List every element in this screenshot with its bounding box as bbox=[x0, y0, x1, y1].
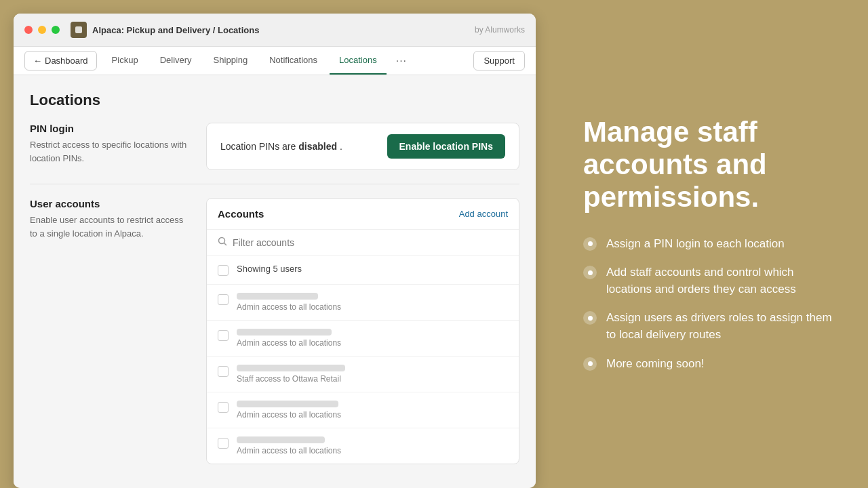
promo-list: Assign a PIN login to each location Add … bbox=[583, 236, 834, 373]
promo-title: Manage staff accounts and permissions. bbox=[583, 116, 834, 214]
promo-item-text-0: Assign a PIN login to each location bbox=[606, 236, 785, 253]
account-row-0: Admin access to all locations bbox=[207, 285, 519, 321]
add-account-link[interactable]: Add account bbox=[459, 209, 508, 219]
minimize-button[interactable] bbox=[38, 26, 46, 34]
search-input[interactable] bbox=[233, 237, 508, 248]
user-accounts-section: User accounts Enable user accounts to re… bbox=[30, 198, 519, 478]
pin-card-text: Location PINs are disabled . bbox=[220, 141, 342, 152]
account-row-3: Admin access to all locations bbox=[207, 392, 519, 428]
svg-rect-0 bbox=[75, 26, 82, 33]
section-left-accounts: User accounts Enable user accounts to re… bbox=[30, 198, 193, 464]
app-logo bbox=[71, 22, 87, 38]
account-role-4: Admin access to all locations bbox=[237, 446, 508, 455]
browser-panel: Alpaca: Pickup and Delivery / Locations … bbox=[0, 0, 549, 488]
main-content: Locations PIN login Restrict access to s… bbox=[14, 75, 536, 488]
account-role-0: Admin access to all locations bbox=[237, 302, 508, 312]
promo-bullet-3 bbox=[583, 357, 597, 371]
account-name-4 bbox=[237, 436, 325, 443]
section-right-accounts: Accounts Add account bbox=[206, 198, 519, 464]
account-checkbox-0[interactable] bbox=[218, 294, 229, 305]
tab-locations[interactable]: Locations bbox=[330, 47, 387, 75]
by-alumworks: by Alumworks bbox=[475, 25, 525, 35]
pin-status: disabled bbox=[298, 141, 337, 152]
account-name-1 bbox=[237, 329, 332, 336]
accounts-header: Accounts Add account bbox=[207, 199, 519, 230]
title-bar: Alpaca: Pickup and Delivery / Locations … bbox=[14, 14, 536, 47]
promo-bullet-2 bbox=[583, 311, 597, 325]
maximize-button[interactable] bbox=[52, 26, 60, 34]
account-row-2: Staff access to Ottawa Retail bbox=[207, 357, 519, 392]
account-row-1: Admin access to all locations bbox=[207, 321, 519, 357]
promo-item-text-3: More coming soon! bbox=[606, 356, 705, 373]
showing-users-row: Showing 5 users bbox=[207, 256, 519, 285]
tab-notifications[interactable]: Notifications bbox=[260, 47, 327, 75]
account-checkbox-2[interactable] bbox=[218, 366, 229, 377]
accounts-section-desc: Enable user accounts to restrict access … bbox=[30, 214, 193, 240]
promo-item-2: Assign users as drivers roles to assign … bbox=[583, 310, 834, 343]
promo-item-text-1: Add staff accounts and control which loc… bbox=[606, 264, 834, 298]
browser-window: Alpaca: Pickup and Delivery / Locations … bbox=[14, 14, 536, 488]
pin-card: Location PINs are disabled . Enable loca… bbox=[206, 123, 519, 170]
pin-section-label: PIN login bbox=[30, 123, 193, 134]
promo-item-text-2: Assign users as drivers roles to assign … bbox=[606, 310, 834, 343]
pin-section-desc: Restrict access to specific locations wi… bbox=[30, 138, 193, 165]
account-role-3: Admin access to all locations bbox=[237, 410, 508, 420]
account-role-1: Admin access to all locations bbox=[237, 338, 508, 348]
promo-panel: Manage staff accounts and permissions. A… bbox=[549, 0, 868, 488]
nav-tabs: ← Dashboard Pickup Delivery Shipping Not… bbox=[14, 47, 536, 75]
tab-delivery[interactable]: Delivery bbox=[151, 47, 201, 75]
promo-bullet-1 bbox=[583, 266, 597, 279]
svg-line-2 bbox=[224, 243, 226, 245]
promo-item-1: Add staff accounts and control which loc… bbox=[583, 264, 834, 298]
account-name-2 bbox=[237, 365, 345, 371]
close-button[interactable] bbox=[24, 26, 33, 34]
account-name-3 bbox=[237, 401, 338, 407]
pin-login-section: PIN login Restrict access to specific lo… bbox=[30, 123, 519, 184]
account-checkbox-3[interactable] bbox=[218, 402, 229, 413]
section-left-pin: PIN login Restrict access to specific lo… bbox=[30, 123, 193, 170]
search-icon bbox=[218, 237, 227, 248]
support-button[interactable]: Support bbox=[473, 51, 525, 70]
select-all-checkbox[interactable] bbox=[218, 265, 229, 276]
page-title: Locations bbox=[30, 92, 519, 109]
section-right-pin: Location PINs are disabled . Enable loca… bbox=[206, 123, 519, 170]
accounts-panel: Accounts Add account bbox=[206, 198, 519, 464]
account-name-0 bbox=[237, 293, 318, 300]
account-checkbox-1[interactable] bbox=[218, 330, 229, 341]
search-bar bbox=[207, 230, 519, 256]
breadcrumb: Alpaca: Pickup and Delivery / Locations bbox=[92, 25, 259, 35]
accounts-title: Accounts bbox=[218, 208, 264, 220]
account-role-2: Staff access to Ottawa Retail bbox=[237, 374, 508, 384]
promo-item-0: Assign a PIN login to each location bbox=[583, 236, 834, 253]
promo-bullet-0 bbox=[583, 237, 597, 251]
tab-pickup[interactable]: Pickup bbox=[102, 47, 148, 75]
tab-shipping[interactable]: Shipping bbox=[204, 47, 258, 75]
promo-item-3: More coming soon! bbox=[583, 356, 834, 373]
showing-users-label: Showing 5 users bbox=[237, 264, 508, 274]
account-row-4: Admin access to all locations bbox=[207, 428, 519, 464]
more-tabs-button[interactable]: ··· bbox=[389, 49, 414, 73]
account-checkbox-4[interactable] bbox=[218, 438, 229, 449]
accounts-section-label: User accounts bbox=[30, 198, 193, 209]
tab-dashboard[interactable]: ← Dashboard bbox=[24, 51, 97, 70]
title-bar-content: Alpaca: Pickup and Delivery / Locations … bbox=[71, 22, 525, 38]
enable-location-pins-button[interactable]: Enable location PINs bbox=[387, 134, 505, 159]
back-arrow-icon: ← bbox=[33, 56, 42, 66]
